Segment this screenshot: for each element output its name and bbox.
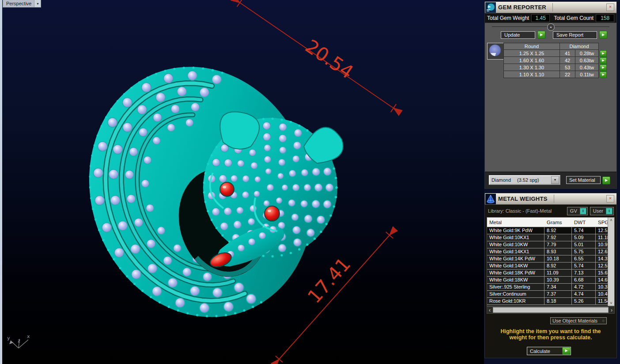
gem-row-go-icon[interactable]: ▶ bbox=[600, 50, 607, 57]
use-object-materials-button[interactable]: Use Object Materials ○ bbox=[550, 317, 607, 324]
user-button[interactable]: User I bbox=[590, 207, 614, 215]
gv-flag-icon: I bbox=[580, 208, 586, 214]
calculate-button-label: Calculate bbox=[530, 349, 562, 354]
calculate-button[interactable]: Calculate ▶ bbox=[527, 347, 571, 355]
gem-size: 1.25 X 1.25 bbox=[504, 50, 560, 57]
vertical-scrollbar[interactable]: ˄ ˅ bbox=[608, 218, 614, 306]
total-gem-weight-label: Total Gem Weight bbox=[485, 15, 531, 21]
total-gem-count-value: 158 bbox=[596, 14, 614, 22]
metal-table-row[interactable]: White Gold:10KX17.925.0911.18 bbox=[487, 234, 614, 241]
metal-table-row[interactable]: White Gold:14K PdW10.186.5514.32 bbox=[487, 255, 614, 263]
gem-weight: 0.43tw bbox=[575, 64, 599, 71]
instruction-text: Highlight the item you want to find the … bbox=[485, 328, 616, 341]
material-select-spg: (3.52 spg) bbox=[511, 177, 551, 183]
axis-x-label: x bbox=[27, 334, 30, 339]
chevron-down-icon[interactable]: ▼ bbox=[551, 176, 559, 184]
metal-table-row[interactable]: White Gold:14KW8.925.7412.59 bbox=[487, 263, 614, 270]
user-flag-icon: I bbox=[606, 208, 612, 214]
gem-row-go-icon[interactable]: ▶ bbox=[600, 71, 607, 78]
metal-table-row[interactable]: White Gold:9K PdW8.925.7412.59 bbox=[487, 227, 614, 234]
gem-col-shape: Round bbox=[504, 43, 560, 50]
metal-name: White Gold:9K PdW bbox=[487, 227, 544, 234]
metal-grams: 10.18 bbox=[544, 255, 572, 263]
scroll-right-icon[interactable]: › bbox=[609, 308, 614, 313]
ring-render: 20.54 17.41 x y z bbox=[0, 0, 484, 364]
col-header-dwt[interactable]: DWT bbox=[572, 220, 596, 225]
metal-dwt: 7.13 bbox=[572, 270, 596, 277]
scrollbar-thumb[interactable] bbox=[493, 307, 609, 313]
metal-dwt: 6.68 bbox=[572, 277, 596, 284]
col-header-metal[interactable]: Metal bbox=[487, 220, 544, 225]
ruby-eye-right bbox=[265, 206, 280, 221]
3d-viewport[interactable]: 20.54 17.41 x y z Perspective ▼ bbox=[0, 0, 484, 364]
view-selector-label[interactable]: Perspective bbox=[3, 0, 34, 8]
metal-table-row[interactable]: Silver:.925 Sterling7.344.7210.36 bbox=[487, 284, 614, 291]
metal-table-row[interactable]: Silver:Continuum7.374.7410.40 bbox=[487, 291, 614, 298]
metal-dwt: 5.74 bbox=[572, 263, 596, 270]
viewport-edge bbox=[0, 0, 2, 364]
gem-weight: 0.11tw bbox=[575, 71, 599, 78]
gem-count: 22 bbox=[560, 71, 575, 78]
scroll-down-icon[interactable]: ˅ bbox=[610, 300, 612, 306]
metal-table-row[interactable]: White Gold:18KW10.396.6814.66 bbox=[487, 277, 614, 284]
view-selector[interactable]: Perspective ▼ bbox=[3, 0, 41, 8]
update-button[interactable]: Update bbox=[501, 31, 535, 39]
metal-grams: 11.09 bbox=[544, 270, 572, 277]
chevron-down-icon[interactable]: ▼ bbox=[34, 0, 41, 8]
gem-table-row: 1.30 X 1.30530.43tw▶ bbox=[504, 64, 607, 71]
col-header-grams[interactable]: Grams bbox=[544, 220, 572, 225]
scroll-left-icon[interactable]: ‹ bbox=[487, 308, 492, 313]
ruby-eye-left bbox=[220, 182, 234, 196]
gv-button[interactable]: GV I bbox=[567, 207, 588, 215]
update-go-icon[interactable]: ▶ bbox=[537, 31, 545, 39]
metal-name: White Gold:14KX1 bbox=[487, 248, 544, 255]
metal-name: White Gold:18K PdW bbox=[487, 270, 544, 277]
metal-grams: 7.79 bbox=[544, 241, 572, 248]
gem-table-row: 1.25 X 1.25410.28tw▶ bbox=[504, 50, 607, 57]
gem-row-go-icon[interactable]: ▶ bbox=[600, 57, 607, 64]
set-material-go-icon[interactable]: ▶ bbox=[602, 176, 610, 184]
metal-dwt: 4.72 bbox=[572, 284, 596, 291]
metal-name: Rose Gold:10KR bbox=[487, 298, 544, 305]
metal-table-row[interactable]: Rose Gold:10KR8.185.2611.54 bbox=[487, 298, 614, 305]
metal-grams: 7.37 bbox=[544, 291, 572, 298]
metal-table-row[interactable]: White Gold:10KW7.795.0110.99 bbox=[487, 241, 614, 248]
library-label: Library: Classic - (Fast)-Metal bbox=[488, 208, 565, 214]
horizontal-scrollbar[interactable]: ‹ › bbox=[487, 306, 615, 314]
metal-table-row[interactable]: White Gold:18K PdW11.097.1315.65 bbox=[487, 270, 614, 277]
total-gem-count-label: Total Gem Count bbox=[552, 15, 596, 21]
gem-count: 42 bbox=[560, 57, 575, 64]
axis-z-label: z bbox=[18, 338, 20, 344]
set-material-button[interactable]: Set Material bbox=[566, 176, 601, 184]
metal-name: White Gold:10KX1 bbox=[487, 234, 544, 241]
scroll-up-icon[interactable]: ˄ bbox=[610, 218, 612, 223]
calculate-go-icon[interactable]: ▶ bbox=[562, 347, 571, 355]
gem-shape-icon bbox=[487, 43, 504, 60]
splitter-handle-icon[interactable]: ▲ bbox=[547, 23, 555, 31]
gem-col-material: Diamond bbox=[560, 43, 599, 50]
gem-table-row: 1.10 X 1.10220.11tw▶ bbox=[504, 71, 607, 78]
metal-name: White Gold:18KW bbox=[487, 277, 544, 284]
use-object-materials-label: Use Object Materials bbox=[552, 318, 602, 323]
metal-grams: 7.34 bbox=[544, 284, 572, 291]
gem-totals-bar: Total Gem Weight 1.45 Total Gem Count 15… bbox=[485, 13, 616, 23]
close-icon[interactable]: × bbox=[606, 4, 614, 11]
update-button-label: Update bbox=[504, 32, 520, 38]
save-report-go-icon[interactable]: ▶ bbox=[599, 31, 607, 39]
close-icon[interactable]: × bbox=[606, 195, 614, 203]
gem-material-bar: Diamond (3.52 spg) ▼ Set Material ▶ bbox=[485, 172, 616, 188]
gem-reporter-title: GEM REPORTER bbox=[497, 4, 546, 11]
gv-button-label: GV bbox=[570, 208, 580, 214]
metal-dwt: 5.09 bbox=[572, 234, 596, 241]
radio-circle-icon: ○ bbox=[602, 319, 605, 323]
gem-row-go-icon[interactable]: ▶ bbox=[600, 64, 607, 71]
gem-table-row: 1.60 X 1.60420.63tw▶ bbox=[504, 57, 607, 64]
dimension-label-height: 17.41 bbox=[303, 253, 355, 308]
material-select[interactable]: Diamond (3.52 spg) ▼ bbox=[489, 175, 560, 185]
dimension-label-width: 20.54 bbox=[301, 35, 357, 83]
metal-name: White Gold:14K PdW bbox=[487, 255, 544, 263]
metal-grams: 10.39 bbox=[544, 277, 572, 284]
jewelry-cad-app: 20.54 17.41 x y z Perspective ▼ bbox=[0, 0, 620, 364]
metal-table-row[interactable]: White Gold:14KX18.935.7512.61 bbox=[487, 248, 614, 255]
save-report-button[interactable]: Save Report bbox=[553, 31, 597, 39]
